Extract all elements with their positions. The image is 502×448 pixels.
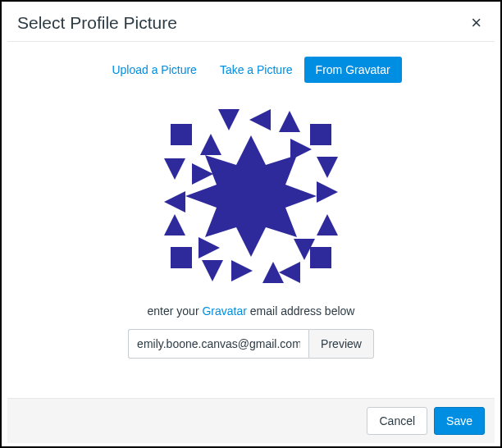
- svg-marker-6: [279, 111, 300, 132]
- modal-title: Select Profile Picture: [17, 13, 177, 33]
- modal-header: Select Profile Picture ×: [7, 5, 495, 38]
- svg-rect-0: [171, 124, 192, 145]
- svg-marker-14: [317, 157, 338, 178]
- svg-marker-13: [164, 214, 185, 235]
- preview-button[interactable]: Preview: [308, 329, 374, 359]
- hint-suffix: email address below: [247, 304, 355, 318]
- svg-marker-11: [164, 158, 185, 180]
- tab-bar: Upload a Picture Take a Picture From Gra…: [7, 57, 495, 83]
- modal-content: enter your Gravatar email address below …: [7, 83, 495, 398]
- svg-rect-2: [171, 247, 192, 268]
- svg-marker-20: [199, 237, 220, 258]
- svg-marker-8: [231, 260, 253, 281]
- gravatar-hint: enter your Gravatar email address below: [148, 304, 355, 318]
- svg-marker-7: [202, 260, 223, 281]
- gravatar-email-input[interactable]: [128, 329, 308, 359]
- profile-picture-modal: Select Profile Picture × Upload a Pictur…: [7, 5, 495, 443]
- gravatar-identicon: [161, 106, 341, 286]
- divider: [7, 41, 495, 42]
- tab-take-picture[interactable]: Take a Picture: [208, 57, 304, 83]
- svg-marker-16: [317, 214, 338, 235]
- svg-rect-1: [310, 124, 331, 145]
- tab-from-gravatar[interactable]: From Gravatar: [304, 57, 402, 83]
- svg-marker-5: [249, 109, 271, 130]
- svg-marker-12: [164, 191, 185, 213]
- modal-footer: Cancel Save: [7, 398, 495, 443]
- window-frame: Select Profile Picture × Upload a Pictur…: [0, 0, 502, 448]
- cancel-button[interactable]: Cancel: [367, 407, 427, 435]
- save-button[interactable]: Save: [434, 407, 485, 435]
- svg-marker-17: [200, 134, 221, 155]
- svg-marker-4: [218, 109, 240, 130]
- gravatar-input-row: Preview: [128, 329, 374, 359]
- svg-rect-3: [310, 247, 331, 268]
- svg-marker-15: [317, 181, 338, 203]
- hint-prefix: enter your: [148, 304, 203, 318]
- close-icon[interactable]: ×: [468, 14, 485, 32]
- gravatar-link[interactable]: Gravatar: [202, 304, 246, 318]
- identicon-svg: [161, 106, 341, 286]
- tab-upload-picture[interactable]: Upload a Picture: [100, 57, 208, 83]
